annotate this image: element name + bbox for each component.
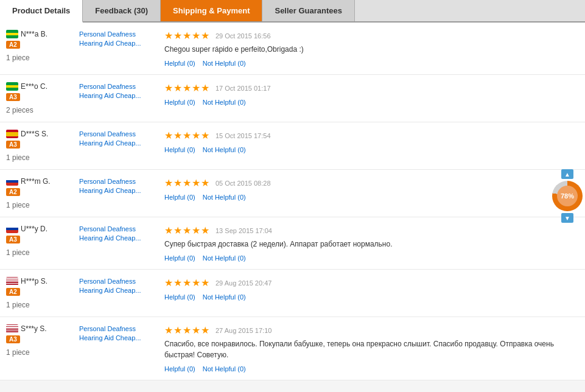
review-quantity: 1 piece [6, 201, 30, 209]
helpful-row: Helpful (0)Not Helpful (0) [164, 99, 579, 106]
flag-brazil [6, 30, 18, 38]
review-header: ★★★★★29 Oct 2015 16:56 [164, 30, 579, 41]
star-rating: ★★★★★ [164, 277, 209, 289]
flag-usa [6, 277, 18, 285]
reviewer-col: N***a B.A21 piece [6, 30, 79, 62]
star-rating: ★★★★★ [164, 82, 209, 94]
helpful-row: Helpful (0)Not Helpful (0) [164, 293, 579, 301]
reviewer-badge: A3 [6, 93, 20, 101]
review-date: 29 Aug 2015 20:47 [215, 279, 271, 287]
review-quantity: 1 piece [6, 153, 30, 162]
review-main: ★★★★★05 Oct 2015 08:28Helpful (0)Not Hel… [164, 177, 579, 201]
progress-circle: 78% [552, 181, 583, 211]
review-main: ★★★★★29 Aug 2015 20:47Helpful (0)Not Hel… [164, 277, 579, 301]
star-rating: ★★★★★ [164, 177, 209, 189]
reviewer-name: U***y D. [6, 225, 47, 233]
reviewer-col: U***y D.A31 piece [6, 225, 79, 257]
review-row: U***y D.A31 piecePersonal Deafness Heari… [0, 217, 585, 270]
reviewer-name: H***p S. [6, 277, 47, 285]
helpful-yes-button[interactable]: Helpful (0) [164, 194, 195, 201]
review-product-name[interactable]: Personal Deafness Hearing Aid Cheap... [79, 324, 164, 343]
reviewer-badge: A3 [6, 141, 20, 149]
flag-usa [6, 324, 18, 333]
review-main: ★★★★★15 Oct 2015 17:54Helpful (0)Not Hel… [164, 130, 579, 153]
reviewer-badge: A2 [6, 288, 20, 296]
star-rating: ★★★★★ [164, 30, 209, 41]
review-row: H***p S.A21 piecePersonal Deafness Heari… [0, 270, 585, 317]
reviewer-col: D***S S.A31 piece [6, 130, 79, 162]
review-date: 29 Oct 2015 16:56 [215, 32, 271, 40]
flag-brazil [6, 82, 18, 91]
reviewer-username: H***p S. [21, 277, 47, 285]
review-header: ★★★★★27 Aug 2015 17:10 [164, 324, 579, 336]
reviewer-name: E***o C. [6, 82, 47, 91]
reviewer-username: S***y S. [21, 324, 47, 333]
reviewer-badge: A3 [6, 335, 20, 343]
helpful-no-button[interactable]: Not Helpful (0) [203, 365, 246, 373]
helpful-yes-button[interactable]: Helpful (0) [164, 146, 195, 153]
flag-russia [6, 225, 18, 233]
helpful-yes-button[interactable]: Helpful (0) [164, 293, 195, 301]
helpful-no-button[interactable]: Not Helpful (0) [203, 60, 246, 67]
reviewer-col: R***m G.A21 piece [6, 177, 79, 209]
helpful-no-button[interactable]: Not Helpful (0) [203, 254, 246, 262]
helpful-yes-button[interactable]: Helpful (0) [164, 365, 195, 373]
review-date: 13 Sep 2015 17:04 [215, 227, 272, 234]
star-rating: ★★★★★ [164, 324, 209, 336]
reviewer-username: E***o C. [21, 82, 47, 91]
review-row: R***m G.A21 piecePersonal Deafness Heari… [0, 170, 585, 217]
review-date: 17 Oct 2015 01:17 [215, 85, 271, 92]
tabs-bar: Product Details Feedback (30) Shipping &… [0, 0, 585, 23]
review-date: 15 Oct 2015 17:54 [215, 132, 271, 139]
helpful-yes-button[interactable]: Helpful (0) [164, 60, 195, 67]
review-main: ★★★★★29 Oct 2015 16:56Chegou super rápid… [164, 30, 579, 67]
reviews-content: N***a B.A21 piecePersonal Deafness Heari… [0, 23, 585, 380]
reviewer-badge: A2 [6, 41, 20, 49]
helpful-no-button[interactable]: Not Helpful (0) [203, 293, 246, 301]
review-product-name[interactable]: Personal Deafness Hearing Aid Cheap... [79, 30, 164, 49]
review-product-name[interactable]: Personal Deafness Hearing Aid Cheap... [79, 82, 164, 101]
reviewer-badge: A2 [6, 188, 20, 196]
helpful-row: Helpful (0)Not Helpful (0) [164, 254, 579, 262]
helpful-no-button[interactable]: Not Helpful (0) [203, 194, 246, 201]
reviewer-name: S***y S. [6, 324, 47, 333]
reviewer-name: N***a B. [6, 30, 47, 38]
review-header: ★★★★★29 Aug 2015 20:47 [164, 277, 579, 289]
review-product-name[interactable]: Personal Deafness Hearing Aid Cheap... [79, 225, 164, 243]
review-comment: Chegou super rápido e perfeito,Obrigada … [164, 44, 579, 55]
review-quantity: 1 piece [6, 248, 30, 257]
helpful-yes-button[interactable]: Helpful (0) [164, 254, 195, 262]
review-quantity: 1 piece [6, 348, 30, 357]
review-row: S***y S.A31 piecePersonal Deafness Heari… [0, 317, 585, 380]
review-product-name[interactable]: Personal Deafness Hearing Aid Cheap... [79, 177, 164, 196]
review-date: 27 Aug 2015 17:10 [215, 327, 271, 334]
helpful-no-button[interactable]: Not Helpful (0) [203, 146, 246, 153]
reviewer-name: R***m G. [6, 177, 51, 186]
helpful-row: Helpful (0)Not Helpful (0) [164, 194, 579, 201]
progress-value: 78% [557, 186, 578, 206]
review-product-name[interactable]: Personal Deafness Hearing Aid Cheap... [79, 130, 164, 149]
review-main: ★★★★★13 Sep 2015 17:04Супер быстрая дост… [164, 225, 579, 262]
scroll-up-button[interactable]: ▲ [561, 169, 573, 179]
helpful-row: Helpful (0)Not Helpful (0) [164, 60, 579, 67]
scroll-down-button[interactable]: ▼ [561, 213, 573, 223]
tab-product-details[interactable]: Product Details [0, 0, 83, 23]
scroll-indicator: ▲ 78% ▼ [552, 169, 583, 223]
review-main: ★★★★★27 Aug 2015 17:10Спасибо, все понра… [164, 324, 579, 373]
reviewer-username: N***a B. [21, 30, 47, 38]
tab-feedback[interactable]: Feedback (30) [83, 0, 161, 21]
review-main: ★★★★★17 Oct 2015 01:17Helpful (0)Not Hel… [164, 82, 579, 106]
review-product-name[interactable]: Personal Deafness Hearing Aid Cheap... [79, 277, 164, 296]
review-row: N***a B.A21 piecePersonal Deafness Heari… [0, 23, 585, 75]
reviewer-badge: A3 [6, 236, 20, 243]
reviewer-col: H***p S.A21 piece [6, 277, 79, 309]
helpful-no-button[interactable]: Not Helpful (0) [203, 99, 246, 106]
helpful-yes-button[interactable]: Helpful (0) [164, 99, 195, 106]
reviewer-username: U***y D. [21, 225, 47, 233]
tab-shipping[interactable]: Shipping & Payment [161, 0, 262, 21]
review-row: E***o C.A32 piecesPersonal Deafness Hear… [0, 75, 585, 122]
tab-seller-guarantees[interactable]: Seller Guarantees [262, 0, 355, 21]
review-row: D***S S.A31 piecePersonal Deafness Heari… [0, 122, 585, 170]
star-rating: ★★★★★ [164, 130, 209, 141]
reviewer-col: E***o C.A32 pieces [6, 82, 79, 114]
